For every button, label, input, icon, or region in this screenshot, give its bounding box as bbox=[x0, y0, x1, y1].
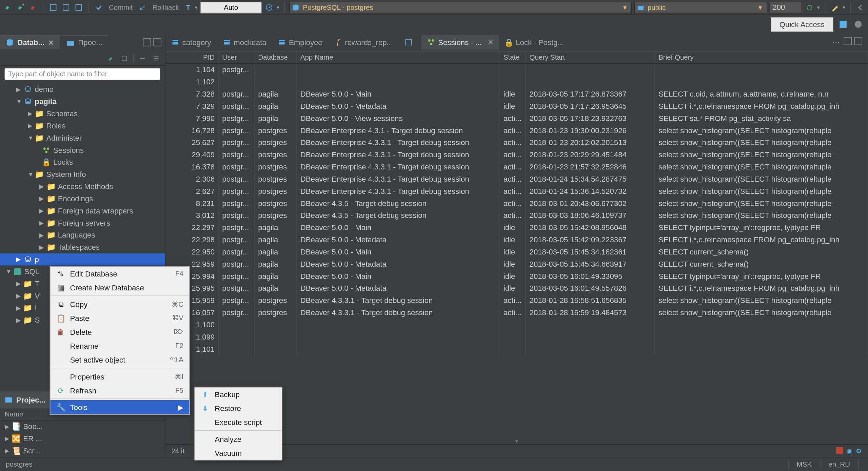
column-header[interactable]: State bbox=[500, 52, 526, 63]
table-row[interactable]: 15,959postgr...postgresDBeaver 4.3.3.1 -… bbox=[165, 294, 868, 307]
gear-icon[interactable]: ⚙ bbox=[856, 447, 862, 455]
table-row[interactable]: 16,378postgr...postgresDBeaver Enterpris… bbox=[165, 161, 868, 173]
table-row[interactable]: 7,328postgr...pagilaDBeaver 5.0.0 - Main… bbox=[165, 88, 868, 100]
collapse-icon[interactable] bbox=[137, 53, 147, 63]
editor-tab[interactable]: Sessions - ...✕ bbox=[421, 35, 499, 49]
table-row[interactable]: 1,099 bbox=[165, 331, 868, 343]
table-row[interactable]: 22,297postgr...pagilaDBeaver 5.0.0 - Mai… bbox=[165, 222, 868, 234]
menu-delete[interactable]: 🗑Delete⌦ bbox=[50, 325, 189, 339]
menu-edit-database[interactable]: ✎Edit DatabaseF4 bbox=[50, 267, 189, 281]
editor-tab[interactable]: mockdata bbox=[217, 35, 272, 49]
table-row[interactable]: 2,627postgr...postgresDBeaver Enterprise… bbox=[165, 185, 868, 197]
editor-tab[interactable]: frewards_rep... bbox=[328, 35, 399, 49]
table-row[interactable]: 22,950postgr...pagilaDBeaver 5.0.0 - Mai… bbox=[165, 246, 868, 258]
menu-paste[interactable]: 📋Paste⌘V bbox=[50, 311, 189, 325]
rollback-label[interactable]: Rollback bbox=[150, 3, 181, 11]
menu-set-active[interactable]: Set active object^⇧A bbox=[50, 353, 189, 367]
table-row[interactable]: 7,329postgr...pagilaDBeaver 5.0.0 - Meta… bbox=[165, 100, 868, 112]
perspective-other-icon[interactable] bbox=[853, 19, 864, 29]
column-header[interactable]: Query Start bbox=[526, 52, 655, 63]
table-row[interactable]: 25,994postgr...pagilaDBeaver 5.0.0 - Mai… bbox=[165, 270, 868, 282]
project-item[interactable]: ▶📜Scr... bbox=[0, 445, 165, 457]
close-icon[interactable]: ✕ bbox=[488, 38, 493, 46]
sql-open-icon[interactable] bbox=[61, 2, 71, 13]
commit-label[interactable]: Commit bbox=[106, 3, 135, 11]
sql-new-icon[interactable] bbox=[48, 2, 59, 13]
configure-icon[interactable] bbox=[151, 53, 161, 63]
tree-item[interactable]: ▶📁Encodings bbox=[0, 192, 165, 205]
refresh-icon[interactable] bbox=[804, 2, 815, 13]
table-row[interactable]: 1,102 bbox=[165, 76, 868, 88]
menu-backup[interactable]: ⬆Backup bbox=[195, 387, 282, 401]
menu-execute-script[interactable]: Execute script bbox=[195, 415, 282, 429]
menu-restore[interactable]: ⬇Restore bbox=[195, 401, 282, 415]
menu-tools[interactable]: 🔧Tools▶ bbox=[50, 400, 189, 414]
commit-icon[interactable] bbox=[94, 2, 104, 13]
column-header[interactable]: PID bbox=[165, 52, 219, 63]
tree-item[interactable]: ▶📁Foreign servers bbox=[0, 217, 165, 229]
menu-rename[interactable]: RenameF2 bbox=[50, 339, 189, 353]
tree-item[interactable]: ▶📁Tablespaces bbox=[0, 241, 165, 253]
menu-properties[interactable]: Properties⌘I bbox=[50, 370, 189, 384]
tab-list-icon[interactable]: ⋯ bbox=[831, 37, 842, 47]
menu-analyze[interactable]: Analyze bbox=[195, 432, 282, 446]
tab-projects[interactable]: Прое... bbox=[61, 35, 108, 49]
globe-icon[interactable]: ◉ bbox=[847, 447, 852, 455]
minimize-icon[interactable] bbox=[844, 37, 852, 45]
project-item[interactable]: ▶🔀ER ... bbox=[0, 433, 165, 445]
table-row[interactable]: 3,012postgr...postgresDBeaver 4.3.5 - Ta… bbox=[165, 209, 868, 222]
quick-access-button[interactable]: Quick Access bbox=[771, 17, 833, 32]
rollback-icon[interactable] bbox=[137, 2, 148, 13]
project-tree[interactable]: ▶📑Boo...▶🔀ER ...▶📜Scr... bbox=[0, 421, 165, 457]
plug-add-icon[interactable] bbox=[15, 2, 25, 13]
table-row[interactable]: 22,959postgr...pagilaDBeaver 5.0.0 - Met… bbox=[165, 258, 868, 270]
table-row[interactable]: 29,409postgr...postgresDBeaver Enterpris… bbox=[165, 149, 868, 161]
table-row[interactable]: 16,057postgr...postgresDBeaver 4.3.3.1 -… bbox=[165, 307, 868, 319]
table-row[interactable]: 1,101 bbox=[165, 343, 868, 355]
tree-item[interactable]: ▶📁Languages bbox=[0, 229, 165, 241]
column-header[interactable]: Database bbox=[255, 52, 297, 63]
editor-tab[interactable]: 🔒Lock - Postg... bbox=[499, 35, 570, 49]
column-header[interactable]: User bbox=[219, 52, 255, 63]
maximize-icon[interactable] bbox=[854, 37, 862, 45]
maximize-icon[interactable] bbox=[153, 38, 161, 46]
menu-copy[interactable]: ⧉Copy⌘C bbox=[50, 297, 189, 311]
editor-tab[interactable]: category bbox=[165, 35, 217, 49]
sql-recent-icon[interactable] bbox=[74, 2, 84, 13]
minimize-icon[interactable] bbox=[143, 38, 151, 46]
auto-commit-button[interactable]: Auto bbox=[200, 1, 262, 13]
row-limit-input[interactable] bbox=[770, 1, 802, 13]
tab-database-navigator[interactable]: Datab... ✕ bbox=[0, 35, 60, 49]
new-connection-icon[interactable] bbox=[105, 53, 116, 63]
back-icon[interactable] bbox=[855, 2, 866, 13]
tree-item[interactable]: ▶📁Access Methods bbox=[0, 180, 165, 192]
table-row[interactable]: 25,627postgr...postgresDBeaver Enterpris… bbox=[165, 137, 868, 149]
plug-off-icon[interactable] bbox=[28, 2, 38, 13]
table-row[interactable]: 25,995postgr...pagilaDBeaver 5.0.0 - Met… bbox=[165, 282, 868, 294]
plug-icon[interactable] bbox=[2, 2, 13, 13]
menu-create-database[interactable]: ▦Create New Database bbox=[50, 281, 189, 294]
close-icon[interactable]: ✕ bbox=[48, 38, 54, 46]
txn-mode-icon[interactable]: T bbox=[184, 3, 193, 11]
menu-vacuum[interactable]: Vacuum bbox=[195, 446, 282, 460]
scroll-down-icon[interactable]: ▾ bbox=[515, 438, 518, 444]
history-icon[interactable] bbox=[264, 2, 275, 13]
database-combo[interactable]: PostgreSQL - postgres ▾ bbox=[290, 1, 632, 13]
table-row[interactable]: 1,100 bbox=[165, 319, 868, 331]
column-header[interactable]: App Name bbox=[297, 52, 500, 63]
editor-tab[interactable] bbox=[399, 35, 421, 49]
table-row[interactable]: 1,104postgr... bbox=[165, 64, 868, 76]
table-row[interactable]: 2,306postgr...postgresDBeaver Enterprise… bbox=[165, 173, 868, 185]
table-row[interactable]: 22,298postgr...pagilaDBeaver 5.0.0 - Met… bbox=[165, 233, 868, 246]
table-row[interactable]: 16,728postgr...postgresDBeaver Enterpris… bbox=[165, 124, 868, 137]
project-item[interactable]: ▶📑Boo... bbox=[0, 421, 165, 433]
table-row[interactable]: 8,231postgr...postgresDBeaver 4.3.5 - Ta… bbox=[165, 197, 868, 209]
tree-item[interactable]: ▶📁Foreign data wrappers bbox=[0, 205, 165, 217]
highlight-icon[interactable] bbox=[830, 2, 840, 13]
grid-body[interactable]: 1,104postgr...1,1027,328postgr...pagilaD… bbox=[165, 64, 868, 438]
stop-icon[interactable] bbox=[836, 447, 843, 453]
filter-input[interactable]: Type part of object name to filter bbox=[5, 68, 160, 80]
editor-tab[interactable]: Employee bbox=[272, 35, 328, 49]
column-header[interactable]: Brief Query bbox=[655, 52, 868, 63]
tree-item-selected[interactable]: ▶⛁p bbox=[0, 253, 165, 266]
